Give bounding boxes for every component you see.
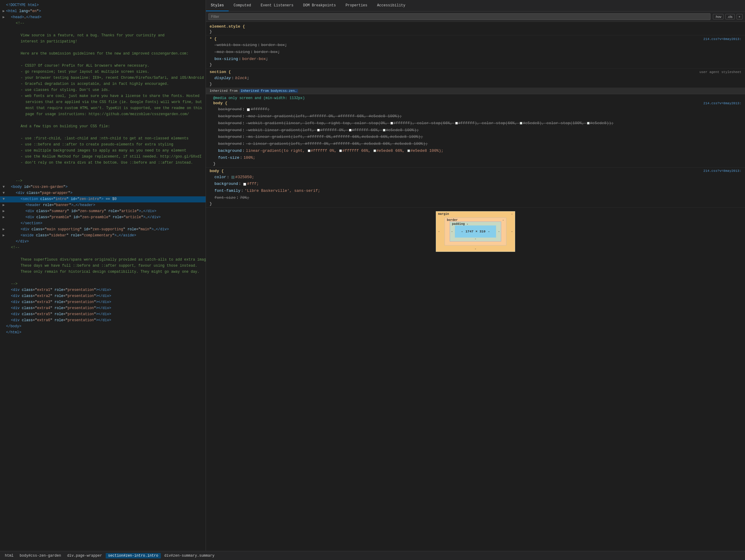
line-content: <!--: [6, 245, 204, 251]
html-line-head[interactable]: ▶ <head>…</head>: [0, 14, 206, 21]
line-expand-arrow[interactable]: ▼: [1, 196, 6, 202]
line-content: <div class="extra2" role="presentation">…: [6, 293, 204, 299]
padding-bottom: -: [475, 237, 476, 241]
line-content: <div class="summary" id="zen-summary" ro…: [6, 209, 204, 214]
html-line-webfonts: - web fonts are cool, just make sure you…: [0, 93, 206, 99]
line-expand-arrow[interactable]: ▶: [1, 14, 6, 20]
styles-filter-input[interactable]: [208, 13, 710, 20]
line-expand-arrow[interactable]: ▶: [1, 209, 6, 214]
line-content: [6, 251, 204, 257]
line-content: <!--: [6, 21, 204, 26]
tab-event-listeners[interactable]: Event Listeners: [256, 0, 298, 11]
line-content: [6, 172, 204, 178]
css-brace-close: }: [213, 161, 741, 166]
html-line-body[interactable]: ▼ <body id="css-zen-garden">: [0, 184, 206, 190]
content-left-dash: -: [461, 230, 463, 233]
line-content: And a few tips on building your CSS file…: [6, 124, 204, 129]
line-content: <html lang="en">: [6, 8, 204, 14]
tab-computed[interactable]: Computed: [229, 0, 256, 11]
line-content: [6, 166, 204, 172]
html-line-css3: - CSS3? Of course! Prefix for ALL browse…: [0, 63, 206, 69]
html-line-preamble[interactable]: ▶ <div class="preamble" id="zen-preamble…: [0, 215, 206, 221]
border-dash: -: [503, 218, 504, 222]
inherited-from-tag[interactable]: Inherited from body#css-zen…: [239, 89, 298, 93]
tab-properties[interactable]: Properties: [341, 0, 372, 11]
line-content: Here are the submission guidelines for t…: [6, 51, 204, 57]
line-expand-arrow[interactable]: ▼: [1, 190, 6, 196]
html-line-superfluous: These superfluous divs/spans were origin…: [0, 257, 206, 263]
html-line-main[interactable]: ▶ <div class="main supporting" id="zen-s…: [0, 227, 206, 233]
html-line-div-close: </div>: [0, 239, 206, 245]
html-line-blank2: [0, 45, 206, 51]
css-source[interactable]: 214.css?v=8may2013:: [704, 37, 741, 41]
line-content: These only remain for historical design …: [6, 269, 204, 275]
breadcrumb-summary[interactable]: div#zen-summary.summary: [162, 553, 217, 559]
html-line-tips: And a few tips on building your CSS file…: [0, 124, 206, 130]
line-content: - use classes for styling. Don't use ids…: [6, 87, 204, 93]
line-content: These days we have full ::before and ::a…: [6, 263, 204, 269]
line-content: - your browser testing baseline: IE9+, r…: [6, 75, 204, 81]
line-content: <section class="intro" id="zen-intro"> =…: [6, 196, 204, 202]
line-content: interest in participating!: [6, 39, 204, 44]
html-line-responsive: - go responsive; test your layout at mul…: [0, 69, 206, 75]
css-property-fontsize1: font-size: 100%;: [213, 155, 741, 161]
html-line-services: services that are applied via the CSS fi…: [0, 99, 206, 105]
css-rule-header: element.style {: [209, 24, 741, 29]
html-line-page-wrapper[interactable]: ▼ <div class="page-wrapper">: [0, 190, 206, 196]
html-line-guidelines: Here are the submission guidelines for t…: [0, 51, 206, 57]
line-expand-arrow[interactable]: ▶: [1, 203, 6, 208]
add-style-button[interactable]: +: [737, 14, 743, 20]
line-content: - use multiple background images to appl…: [6, 148, 204, 154]
css-source-body[interactable]: 214.css?v=8may2013:: [704, 101, 741, 105]
html-line-comment3-end: -->: [0, 281, 206, 287]
line-content: [6, 275, 204, 281]
html-line-html[interactable]: ▶ <html lang="en">: [0, 8, 206, 14]
cls-button[interactable]: .cls: [725, 14, 735, 20]
line-content: View source is a feature, not a bug. Tha…: [6, 33, 204, 38]
css-property-bg3: background: -webkit-gradient(linear, lef…: [213, 120, 741, 127]
filter-buttons: :hov .cls +: [713, 14, 743, 20]
media-query-header: @media only screen and (min-width: 1132p…: [209, 95, 741, 101]
line-expand-arrow[interactable]: ▶: [1, 8, 6, 14]
hov-button[interactable]: :hov: [713, 14, 723, 20]
tab-accessibility[interactable]: Accessibility: [372, 0, 410, 11]
line-content: -->: [6, 281, 204, 287]
html-line-multiple: - use multiple background images to appl…: [0, 148, 206, 154]
tab-dom-breakpoints[interactable]: DOM Breakpoints: [298, 0, 341, 11]
css-property-bg5: background: -ms-linear-gradient(left, #f…: [213, 134, 741, 141]
line-expand-arrow[interactable]: ▼: [1, 184, 6, 190]
css-rule-header-body: body { 214.css?v=8may2013:: [213, 101, 741, 105]
css-brace-close2: }: [209, 201, 741, 206]
breadcrumb-section[interactable]: section#zen-intro.intro: [106, 553, 161, 559]
line-content: <div class="extra4" role="presentation">…: [6, 306, 204, 311]
html-line-section-selected[interactable]: ▼ <section class="intro" id="zen-intro">…: [0, 196, 206, 203]
line-expand-arrow[interactable]: ▶: [1, 215, 6, 220]
breadcrumb-div[interactable]: div.page-wrapper: [65, 553, 104, 559]
html-line-classes: - use classes for styling. Don't use ids…: [0, 87, 206, 93]
margin-right: -: [511, 230, 513, 233]
line-content: <header role="banner">…</header>: [6, 203, 204, 208]
box-margin: margin - - - - border - padding -: [436, 211, 515, 252]
css-brace-close: }: [209, 29, 741, 34]
html-line-aside[interactable]: ▶ <aside class="sidebar" role="complemen…: [0, 233, 206, 239]
padding-label: padding -: [452, 222, 468, 226]
html-line-baseline: - your browser testing baseline: IE9+, r…: [0, 75, 206, 81]
css-source-body2[interactable]: 214.css?v=8may2013:: [704, 169, 741, 173]
html-line-header[interactable]: ▶ <header role="banner">…</header>: [0, 203, 206, 209]
breadcrumb-body[interactable]: body#css-zen-garden: [17, 553, 64, 559]
tab-styles[interactable]: Styles: [206, 0, 229, 11]
line-content: </html>: [6, 330, 204, 336]
line-expand-arrow[interactable]: ▶: [1, 227, 6, 232]
html-line-extra1: <div class="extra1" role="presentation">…: [0, 287, 206, 293]
margin-dash: -: [511, 212, 513, 216]
margin-label: margin: [438, 212, 449, 216]
css-property-bg-body2: background: #fff;: [209, 181, 741, 188]
line-expand-arrow[interactable]: ▶: [1, 233, 6, 239]
html-line-summary[interactable]: ▶ <div class="summary" id="zen-summary" …: [0, 209, 206, 215]
html-line-before: - use ::before and ::after to create pse…: [0, 142, 206, 148]
html-line-blank5: [0, 130, 206, 136]
breadcrumb-html[interactable]: html: [2, 553, 16, 559]
padding-right: -: [498, 230, 500, 233]
line-content: [6, 130, 204, 135]
line-content: </div>: [6, 239, 204, 245]
